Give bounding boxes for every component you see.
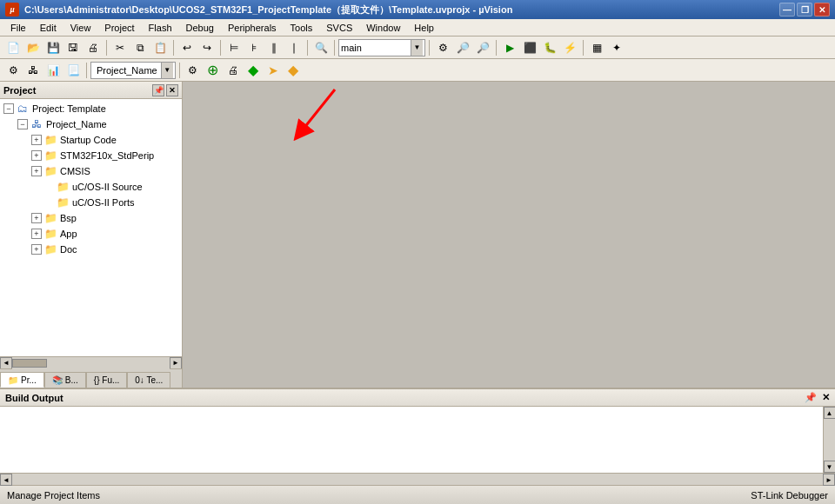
save-button[interactable]: 💾 <box>43 38 63 57</box>
tree-item-ucos-ports[interactable]: 📁 uC/OS-II Ports <box>0 195 182 210</box>
hscroll-right[interactable]: ► <box>170 357 182 369</box>
tab-books-label: B... <box>65 375 78 385</box>
project-name-box: Project_Name ▼ <box>90 62 176 79</box>
menu-svcs[interactable]: SVCS <box>319 21 359 35</box>
vscroll-down[interactable]: ▼ <box>824 461 836 473</box>
menu-debug[interactable]: Debug <box>179 21 221 35</box>
hscroll-left[interactable]: ◄ <box>0 357 12 369</box>
t2-settings-button[interactable]: ⚙ <box>184 61 203 80</box>
expander-stm32[interactable]: + <box>31 150 42 161</box>
project-panel-header: Project 📌 ✕ <box>0 82 182 99</box>
menu-tools[interactable]: Tools <box>284 21 320 35</box>
t2-btn3[interactable]: 📊 <box>43 61 63 80</box>
paste-button[interactable]: 📋 <box>150 38 170 57</box>
panel-horizontal-scrollbar: ◄ ► <box>0 356 182 368</box>
build-hscroll-left[interactable]: ◄ <box>0 474 12 486</box>
t2-diamond-orange[interactable]: ◆ <box>284 61 303 80</box>
tree-item-bsp[interactable]: + 📁 Bsp <box>0 210 182 226</box>
new-file-button[interactable]: 📄 <box>3 38 23 57</box>
build-vertical-scrollbar: ▲ ▼ <box>823 407 835 473</box>
t2-print-button[interactable]: 🖨 <box>224 61 243 80</box>
tree-label-project-name: Project_Name <box>46 119 107 129</box>
editor-area <box>183 82 835 388</box>
comment-button[interactable]: ∥ <box>264 38 284 57</box>
tree-label-cmsis: CMSIS <box>60 166 90 176</box>
expander-doc[interactable]: + <box>31 244 42 255</box>
tree-item-ucos-source[interactable]: 📁 uC/OS-II Source <box>0 179 182 195</box>
more-button[interactable]: ▦ <box>587 38 606 57</box>
expander-root[interactable]: − <box>3 103 14 114</box>
menu-edit[interactable]: Edit <box>33 21 63 35</box>
build-hscroll-right[interactable]: ► <box>823 474 835 486</box>
search-input[interactable]: main <box>341 43 411 53</box>
t2-btn1[interactable]: ⚙ <box>3 61 23 80</box>
run-button[interactable]: ▶ <box>500 38 519 57</box>
search-dropdown-button[interactable]: ▼ <box>411 40 423 56</box>
project-panel: Project 📌 ✕ − 🗂 Project: Template − 🖧 Pr… <box>0 82 183 388</box>
cut-button[interactable]: ✂ <box>110 38 130 57</box>
uncomment-button[interactable]: ∣ <box>284 38 304 57</box>
tree-item-app[interactable]: + 📁 App <box>0 226 182 242</box>
tree-item-doc[interactable]: + 📁 Doc <box>0 242 182 257</box>
redo-button[interactable]: ↪ <box>197 38 217 57</box>
expander-cmsis[interactable]: + <box>31 166 42 176</box>
vscroll-up[interactable]: ▲ <box>824 407 836 419</box>
tree-item-stm32[interactable]: + 📁 STM32F10x_StdPerip <box>0 148 182 163</box>
menu-view[interactable]: View <box>63 21 98 35</box>
t2-arrow-right[interactable]: ➤ <box>264 61 283 80</box>
build-button[interactable]: ⚡ <box>560 38 579 57</box>
indent-button[interactable]: ⊨ <box>224 38 244 57</box>
unindent-button[interactable]: ⊧ <box>244 38 264 57</box>
panel-close-button[interactable]: ✕ <box>166 84 178 96</box>
menu-peripherals[interactable]: Peripherals <box>221 21 284 35</box>
undo-button[interactable]: ↩ <box>177 38 197 57</box>
print-button[interactable]: 🖨 <box>84 38 103 57</box>
group-icon: 🖧 <box>30 118 43 130</box>
zoom-button[interactable]: 🔎 <box>473 38 492 57</box>
tab-books[interactable]: 📚 B... <box>44 372 86 388</box>
t2-btn4[interactable]: 📃 <box>63 61 83 80</box>
expander-project-name[interactable]: − <box>17 119 28 129</box>
tab-functions[interactable]: {} Fu... <box>86 372 127 388</box>
t2-diamond-green[interactable]: ◆ <box>244 61 263 80</box>
toolbar-separator-7 <box>496 40 497 56</box>
project-root-icon: 🗂 <box>16 103 30 115</box>
stop-button[interactable]: ⬛ <box>520 38 539 57</box>
expander-app[interactable]: + <box>31 229 42 239</box>
project-dropdown-button[interactable]: ▼ <box>161 63 173 78</box>
find-button[interactable]: 🔍 <box>311 38 331 57</box>
copy-button[interactable]: ⧉ <box>130 38 150 57</box>
extra-button[interactable]: ✦ <box>607 38 626 57</box>
tab-templates[interactable]: 0↓ Te... <box>127 372 170 388</box>
build-pin-button[interactable]: 📌 <box>805 392 817 403</box>
cmsis-folder-icon: 📁 <box>43 165 57 177</box>
ucos-ports-icon: 📁 <box>56 196 70 209</box>
tree-item-cmsis[interactable]: + 📁 CMSIS <box>0 163 182 179</box>
expander-bsp[interactable]: + <box>31 213 42 223</box>
tree-item-project-name[interactable]: − 🖧 Project_Name <box>0 116 182 132</box>
inc-dec-button[interactable]: 🔎 <box>453 38 472 57</box>
tab-project[interactable]: 📁 Pr... <box>0 372 44 388</box>
save-all-button[interactable]: 🖫 <box>63 38 83 57</box>
t2-green-button[interactable]: ⊕ <box>204 61 223 80</box>
minimize-button[interactable]: — <box>779 3 795 17</box>
menu-window[interactable]: Window <box>359 21 407 35</box>
close-button[interactable]: ✕ <box>814 3 830 17</box>
build-close-button[interactable]: ✕ <box>822 392 830 403</box>
t2-btn2[interactable]: 🖧 <box>23 61 43 80</box>
target-options-button[interactable]: ⚙ <box>433 38 452 57</box>
menu-flash[interactable]: Flash <box>142 21 179 35</box>
menu-file[interactable]: File <box>3 21 33 35</box>
tree-item-project-root[interactable]: − 🗂 Project: Template <box>0 101 182 116</box>
toolbar-separator-4 <box>307 40 308 56</box>
open-file-button[interactable]: 📂 <box>23 38 43 57</box>
debug-button[interactable]: 🐛 <box>540 38 559 57</box>
maximize-button[interactable]: ❒ <box>797 3 812 17</box>
build-output-inner: ▲ ▼ <box>0 407 835 473</box>
menu-help[interactable]: Help <box>407 21 441 35</box>
panel-pin-button[interactable]: 📌 <box>152 84 164 96</box>
expander-startup[interactable]: + <box>31 135 42 145</box>
tree-item-startup[interactable]: + 📁 Startup Code <box>0 132 182 148</box>
menu-project[interactable]: Project <box>97 21 141 35</box>
hscroll-thumb[interactable] <box>12 359 47 368</box>
